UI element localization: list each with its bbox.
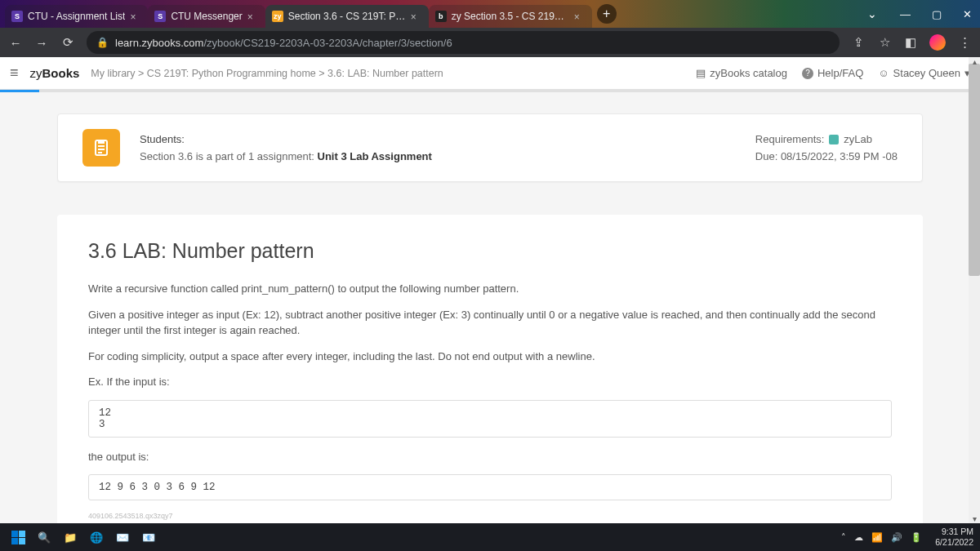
scroll-down-icon[interactable]: ▾ <box>969 514 980 523</box>
clock[interactable]: 9:31 PM 6/21/2022 <box>935 527 973 547</box>
cloud-icon[interactable]: ☁ <box>854 532 863 543</box>
tab-title: CTU - Assignment List <box>28 11 125 22</box>
lock-icon: 🔒 <box>96 37 109 48</box>
lab-paragraph: Ex. If the input is: <box>88 374 892 390</box>
user-icon: ☺ <box>878 67 889 79</box>
browser-tab[interactable]: S CTU - Assignment List × <box>5 5 148 28</box>
close-icon[interactable]: × <box>130 11 140 21</box>
side-panel-icon[interactable]: ◧ <box>903 35 918 50</box>
assignment-line: Section 3.6 is a part of 1 assignment: U… <box>140 150 432 162</box>
lab-paragraph: Given a positive integer as input (Ex: 1… <box>88 307 892 339</box>
tab-title: Section 3.6 - CS 219T: Python Pro <box>288 11 406 22</box>
tab-title: CTU Messenger <box>171 11 242 22</box>
wifi-icon[interactable]: 📶 <box>871 532 883 543</box>
browser-tab[interactable]: b zy Section 3.5 - CS 219T: Python × <box>429 5 592 28</box>
close-window-icon[interactable]: ✕ <box>960 8 975 20</box>
browser-tab-strip: S CTU - Assignment List × S CTU Messenge… <box>0 0 980 28</box>
window-controls: — ▢ ✕ <box>897 0 975 28</box>
breadcrumb[interactable]: My library > CS 219T: Python Programming… <box>91 68 443 79</box>
chevron-down-icon[interactable]: ⌄ <box>867 7 877 20</box>
share-icon[interactable]: ⇪ <box>851 35 866 50</box>
menu-dots-icon[interactable]: ⋮ <box>957 35 972 50</box>
favicon: b <box>435 11 447 22</box>
windows-taskbar: 🔍 📁 🌐 ✉️ 📧 ˄ ☁ 📶 🔊 🔋 9:31 PM 6/21/2022 <box>0 523 980 551</box>
lab-paragraph: Write a recursive function called print_… <box>88 281 892 297</box>
battery-icon[interactable]: 🔋 <box>911 532 922 543</box>
menu-icon[interactable]: ≡ <box>10 64 19 82</box>
tab-title: zy Section 3.5 - CS 219T: Python <box>452 11 569 22</box>
system-tray[interactable]: ˄ ☁ 📶 🔊 🔋 9:31 PM 6/21/2022 <box>841 527 973 547</box>
browser-tab[interactable]: S CTU Messenger × <box>148 5 265 28</box>
favicon: zy <box>272 11 283 22</box>
file-explorer-icon[interactable]: 📁 <box>59 526 82 549</box>
lab-section: 3.6 LAB: Number pattern Write a recursiv… <box>57 215 923 551</box>
activity-id: 409106.2543518.qx3zqy7 <box>88 512 892 520</box>
forward-icon[interactable]: → <box>34 36 49 50</box>
maximize-icon[interactable]: ▢ <box>929 8 945 20</box>
due-date: Due: 08/15/2022, 3:59 PM -08 <box>755 150 898 162</box>
assignment-icon <box>82 129 120 167</box>
output-code-box: 12 9 6 3 0 3 6 9 12 <box>88 474 892 500</box>
scrollbar[interactable]: ▴ ▾ <box>969 57 980 523</box>
url-text: learn.zybooks.com/zybook/CS219-2203A-03-… <box>115 37 452 49</box>
help-icon: ? <box>802 68 813 79</box>
output-label: the output is: <box>88 449 892 465</box>
app-header: ≡ zyBooks My library > CS 219T: Python P… <box>0 57 980 90</box>
start-button[interactable] <box>7 526 29 549</box>
lab-heading: 3.6 LAB: Number pattern <box>88 239 892 263</box>
outlook-icon[interactable]: 📧 <box>137 526 160 549</box>
mail-icon[interactable]: ✉️ <box>111 526 134 549</box>
favicon: S <box>154 11 166 22</box>
close-icon[interactable]: × <box>574 11 584 21</box>
address-bar[interactable]: 🔒 learn.zybooks.com/zybook/CS219-2203A-0… <box>87 31 840 54</box>
favicon: S <box>11 11 23 22</box>
help-link[interactable]: ? Help/FAQ <box>802 67 863 79</box>
browser-toolbar: ← → ⟳ 🔒 learn.zybooks.com/zybook/CS219-2… <box>0 28 980 57</box>
chevron-up-icon[interactable]: ˄ <box>841 532 846 543</box>
browser-tab-active[interactable]: zy Section 3.6 - CS 219T: Python Pro × <box>265 5 429 28</box>
minimize-icon[interactable]: — <box>897 8 914 20</box>
new-tab-button[interactable]: + <box>597 4 617 24</box>
assignment-info-card: Students: Section 3.6 is a part of 1 ass… <box>57 113 923 182</box>
close-icon[interactable]: × <box>411 11 421 21</box>
lab-paragraph: For coding simplicity, output a space af… <box>88 349 892 365</box>
logo[interactable]: zyBooks <box>30 66 80 80</box>
students-label: Students: <box>140 133 432 145</box>
star-icon[interactable]: ☆ <box>877 35 892 50</box>
scrollbar-thumb[interactable] <box>969 64 980 276</box>
input-code-box: 12 3 <box>88 400 892 438</box>
book-icon: ▤ <box>696 67 706 79</box>
catalog-link[interactable]: ▤ zyBooks catalog <box>696 67 787 79</box>
back-icon[interactable]: ← <box>8 36 23 50</box>
zylab-chip-icon <box>829 135 839 144</box>
profile-avatar-icon[interactable] <box>929 34 946 51</box>
user-menu[interactable]: ☺ Stacey Queen ▾ <box>878 67 970 79</box>
reload-icon[interactable]: ⟳ <box>60 35 75 50</box>
search-icon[interactable]: 🔍 <box>33 526 56 549</box>
close-icon[interactable]: × <box>247 11 257 21</box>
scroll-up-icon[interactable]: ▴ <box>969 57 980 66</box>
volume-icon[interactable]: 🔊 <box>891 532 902 543</box>
requirements: Requirements: zyLab <box>755 133 898 145</box>
page-content: Students: Section 3.6 is a part of 1 ass… <box>0 92 980 551</box>
chrome-icon[interactable]: 🌐 <box>85 526 108 549</box>
